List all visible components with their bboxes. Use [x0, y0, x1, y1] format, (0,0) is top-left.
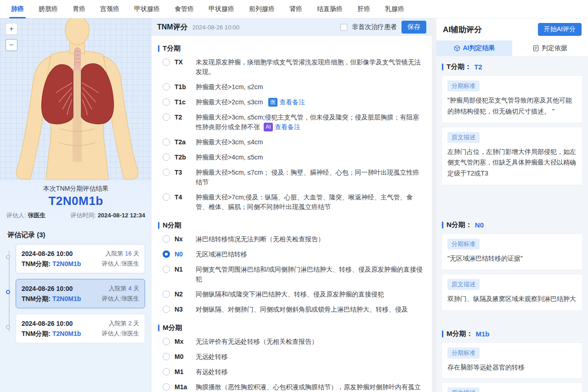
- non-first-treatment-checkbox[interactable]: [340, 24, 347, 31]
- criteria-tag: 分期标准: [447, 347, 480, 358]
- timeline-dot: [6, 290, 10, 294]
- m-option-mx[interactable]: Mx 无法评价有无远处转移（无相关检查报告）: [158, 334, 425, 349]
- tab-thyroid-cancer-2[interactable]: 甲状腺癌: [201, 0, 242, 18]
- m-option-m0[interactable]: M0 无远处转移: [158, 349, 425, 364]
- record-datetime: 2024-08-26 10:00: [22, 318, 73, 329]
- tab-ai-result[interactable]: AI判定结果: [436, 40, 512, 56]
- record-card[interactable]: 2024-08-26 10:00 入院第 16 天 TNM分期:T2N0M1b …: [16, 244, 145, 273]
- ai-m-stage-section: M分期：M1b 分期标准 存在脑部等远处器官的转移 原文描述 存在明确的脑转移，…: [442, 330, 582, 392]
- tab-esophageal-cancer[interactable]: 食管癌: [167, 0, 201, 18]
- tab-label: 判定依据: [542, 44, 567, 52]
- ai-section-label: M分期：: [447, 330, 473, 338]
- record-tnm: TNM分期:T2N0M1b: [22, 294, 81, 304]
- radio-icon[interactable]: [163, 58, 170, 66]
- record-card[interactable]: 2024-08-26 10:00 入院第 4 天 TNM分期:T2N0M1b 评…: [16, 279, 145, 308]
- ai-panel-tabs: AI判定结果 判定依据: [436, 40, 588, 56]
- tab-colorectal-cancer[interactable]: 结直肠癌: [310, 0, 350, 18]
- radio-icon[interactable]: [163, 193, 170, 201]
- patient-panel: + −: [0, 18, 152, 392]
- tab-cervical-cancer[interactable]: 宫颈癌: [93, 0, 127, 18]
- tab-prostate-cancer[interactable]: 前列腺癌: [242, 0, 282, 18]
- radio-icon[interactable]: [163, 353, 170, 360]
- zoom-in-button[interactable]: +: [6, 23, 17, 35]
- radio-icon[interactable]: [163, 290, 170, 298]
- option-desc: 肿瘤最大径>3cm, ≤5cm;侵犯主支气管，但未侵及隆突；侵及脏层胸膜；有阻塞…: [196, 113, 425, 132]
- scoring-header: TNM评分 2024-08-26 10:00 非首次治疗患者 保存: [152, 18, 432, 36]
- tab-kidney-cancer[interactable]: 肾癌: [282, 0, 310, 18]
- ai-section-value: N0: [475, 221, 484, 229]
- assessor-label: 评估人:: [6, 212, 26, 219]
- record-card[interactable]: 2024-08-26 10:00 入院第 2 天 TNM分期:T2N0M1b 评…: [16, 314, 145, 343]
- option-desc: 有远处转移: [196, 367, 425, 377]
- tab-judgment-basis[interactable]: 判定依据: [512, 40, 588, 56]
- m-option-m1[interactable]: M1 有远处转移: [158, 364, 425, 380]
- radio-icon[interactable]: [163, 169, 170, 176]
- radio-icon-checked[interactable]: [163, 250, 170, 258]
- n-option-n2[interactable]: N2 同侧纵隔和/或隆突下淋巴结肿大、转移、侵及原发肿瘤的直接侵犯: [158, 287, 425, 302]
- n-option-n3[interactable]: N3 对侧纵隔、对侧肺门、同侧或对侧斜角肌或锁骨上淋巴结肿大、转移、侵及: [158, 302, 425, 317]
- result-caption: 本次TNM分期评估结果: [6, 185, 145, 193]
- t-option-t4[interactable]: T4 肿瘤最大径>7cm;侵及：纵隔、心脏、大血管、隆突、喉返神经、主气管、食管…: [158, 190, 425, 215]
- cube-icon: [454, 45, 460, 51]
- radio-icon[interactable]: [163, 338, 170, 345]
- ai-section-label: N分期：: [447, 221, 472, 229]
- tab-stomach-cancer[interactable]: 胃癌: [65, 0, 93, 18]
- save-button[interactable]: 保存: [401, 21, 426, 34]
- n-option-nx[interactable]: Nx 淋巴结转移情况无法判断（无相关检查报告）: [158, 232, 425, 247]
- radio-icon[interactable]: [163, 306, 170, 313]
- panel-divider: [432, 18, 436, 392]
- radio-icon[interactable]: [163, 83, 170, 91]
- option-desc: 未发现原发肿瘤，痰细胞学或支气管灌洗发现癌细胞，但影像学及支气管镜无法发现。: [196, 57, 425, 77]
- option-code: Nx: [175, 234, 196, 244]
- m-option-m1a[interactable]: M1a 胸膜播散（恶性胸腔积液、心包积液或胸膜结节），原发肿瘤对侧肺叶内有孤立的…: [158, 380, 425, 392]
- source-tag: 原文描述: [447, 387, 480, 392]
- radio-icon[interactable]: [163, 153, 170, 161]
- radio-icon[interactable]: [163, 266, 170, 273]
- cancer-type-tabbar: 肺癌 膀胱癌 胃癌 宫颈癌 甲状腺癌 食管癌 甲状腺癌 前列腺癌 肾癌 结直肠癌…: [0, 0, 588, 18]
- tab-breast-cancer[interactable]: 乳腺癌: [378, 0, 412, 18]
- source-tag: 原文描述: [447, 279, 480, 290]
- record-admission-day: 入院第 2 天: [109, 318, 139, 329]
- tab-bladder-cancer[interactable]: 膀胱癌: [31, 0, 65, 18]
- n-option-n1[interactable]: N1 同侧支气管周围淋巴结和/或同侧肺门淋巴结肿大、转移、侵及原发肿瘤的直接侵犯: [158, 262, 425, 287]
- tnm-result-value: T2N0M1b: [6, 194, 145, 208]
- t-stage-section-title: T分期: [158, 44, 425, 53]
- t-option-t3[interactable]: T3 肿瘤最大径>5cm, ≤7cm； 侵及：胸壁、膈神经、心包；同一肺叶出现孤…: [158, 165, 425, 190]
- zoom-out-button[interactable]: −: [6, 39, 17, 51]
- scoring-title: TNM评分: [157, 23, 188, 32]
- records-timeline: 2024-08-26 10:00 入院第 16 天 TNM分期:T2N0M1b …: [5, 244, 145, 343]
- radio-icon[interactable]: [163, 98, 170, 106]
- tab-lung-cancer[interactable]: 肺癌: [4, 0, 31, 18]
- n-option-n0-selected[interactable]: N0 无区域淋巴结转移: [158, 247, 425, 262]
- view-note-link[interactable]: 查看备注: [275, 123, 300, 131]
- record-assessor: 评估人:张医生: [102, 329, 139, 339]
- t-option-tx[interactable]: TX 未发现原发肿瘤，痰细胞学或支气管灌洗发现癌细胞，但影像学及支气管镜无法发现…: [158, 55, 425, 80]
- timeline-dot: [6, 325, 10, 329]
- assess-time-label: 评估时间:: [70, 212, 96, 219]
- option-code: M0: [175, 352, 196, 362]
- ai-note-badge: AI: [264, 123, 273, 131]
- tab-thyroid-cancer-1[interactable]: 甲状腺癌: [127, 0, 167, 18]
- record-admission-day: 入院第 4 天: [109, 284, 139, 294]
- radio-icon[interactable]: [163, 114, 170, 121]
- radio-icon[interactable]: [163, 138, 170, 146]
- t-option-t2b[interactable]: T2b 肿瘤最大径>4cm, ≤5cm: [158, 150, 425, 165]
- t-option-t2a[interactable]: T2a 肿瘤最大径>3cm, ≤4cm: [158, 135, 425, 150]
- option-desc: 对侧纵隔、对侧肺门、同侧或对侧斜角肌或锁骨上淋巴结肿大、转移、侵及: [196, 305, 425, 314]
- record-item: 2024-08-26 10:00 入院第 16 天 TNM分期:T2N0M1b …: [16, 244, 145, 273]
- t-option-t2[interactable]: T2 肿瘤最大径>3cm, ≤5cm;侵犯主支气管，但未侵及隆突；侵及脏层胸膜；…: [158, 110, 425, 135]
- t-option-t1b[interactable]: T1b 肿瘤最大径>1cm, ≤2cm: [158, 80, 425, 95]
- record-assessor: 评估人:张医生: [102, 294, 139, 304]
- tab-liver-cancer[interactable]: 肝癌: [350, 0, 378, 18]
- radio-icon[interactable]: [163, 368, 170, 375]
- view-note-link[interactable]: 查看备注: [279, 98, 305, 106]
- option-code: T1b: [175, 82, 196, 92]
- radio-icon[interactable]: [163, 235, 170, 243]
- source-card: 原文描述 双肺门、纵隔及腋窝区域未观察到淋巴结肿大: [442, 274, 582, 310]
- ai-n-stage-section: N分期：N0 分期标准 "无区域淋巴结转移的证据" 原文描述 双肺门、纵隔及腋窝…: [442, 221, 582, 310]
- start-ai-scoring-button[interactable]: 开始AI评分: [538, 23, 582, 36]
- t-option-t1c[interactable]: T1c 肿瘤最大径>2cm, ≤3cm 医查看备注: [158, 95, 425, 110]
- criteria-card: 分期标准 "肿瘤局部侵犯至支气管导致闭塞及其他可能的肺结构侵犯，但无确切尺寸描述…: [442, 76, 582, 123]
- radio-icon[interactable]: [163, 383, 170, 391]
- option-desc: 无法评价有无远处转移（无相关检查报告）: [196, 337, 425, 347]
